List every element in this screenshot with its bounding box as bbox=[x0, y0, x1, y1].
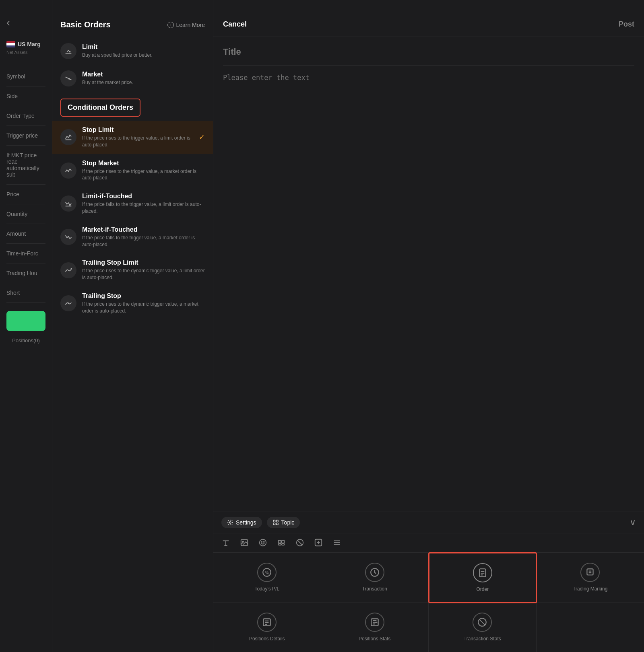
net-assets-label: Net Assets bbox=[6, 50, 45, 55]
market-order-item[interactable]: Market Buy at the market price. bbox=[52, 65, 213, 92]
stop-limit-icon bbox=[60, 129, 76, 145]
trailing-stop-item[interactable]: Trailing Stop If the price rises to the … bbox=[52, 287, 213, 320]
conditional-section-header: Conditional Orders bbox=[52, 92, 213, 121]
svg-rect-26 bbox=[282, 540, 284, 543]
image-icon[interactable] bbox=[240, 538, 249, 547]
limit-order-item[interactable]: Limit Buy at a specified price or better… bbox=[52, 37, 213, 65]
svg-point-8 bbox=[69, 204, 71, 206]
market-if-touched-item[interactable]: Market-if-Touched If the price falls to … bbox=[52, 220, 213, 254]
trailing-stop-name: Trailing Stop bbox=[82, 292, 205, 300]
quantity-label: Quantity bbox=[6, 204, 45, 224]
limit-icon bbox=[60, 43, 76, 59]
post-button[interactable]: Post bbox=[619, 20, 634, 29]
back-button[interactable]: ‹ bbox=[6, 16, 45, 29]
left-panel: ‹ US Marg Net Assets Symbol Side Order T… bbox=[0, 0, 52, 652]
limit-name: Limit bbox=[82, 43, 205, 51]
basic-orders-title: Basic Orders bbox=[60, 20, 111, 29]
expand-button[interactable]: ∨ bbox=[630, 517, 636, 528]
flag-icon bbox=[6, 41, 15, 47]
market-order-info: Market Buy at the market price. bbox=[82, 71, 205, 86]
price-label: Price bbox=[6, 185, 45, 204]
buy-button[interactable] bbox=[6, 311, 45, 331]
market-if-touched-desc: If the price falls to the trigger value,… bbox=[82, 234, 205, 248]
trailing-stop-limit-item[interactable]: Trailing Stop Limit If the price rises t… bbox=[52, 253, 213, 287]
market-desc: Buy at the market price. bbox=[82, 79, 205, 86]
todays-pl-cell[interactable]: % Today's P/L bbox=[213, 553, 321, 603]
order-label: Order bbox=[476, 586, 489, 593]
positions-stats-icon bbox=[365, 613, 384, 632]
trailing-stop-limit-desc: If the price rises to the dynamic trigge… bbox=[82, 267, 205, 281]
title-input[interactable] bbox=[223, 47, 634, 57]
svg-rect-13 bbox=[273, 520, 275, 522]
time-in-force-label: Time-in-Forc bbox=[6, 244, 45, 263]
list-icon[interactable] bbox=[332, 538, 341, 547]
todays-pl-icon: % bbox=[257, 563, 277, 582]
market-if-touched-info: Market-if-Touched If the price falls to … bbox=[82, 226, 205, 248]
svg-line-55 bbox=[479, 619, 485, 625]
transaction-icon bbox=[365, 563, 384, 582]
text-format-icon[interactable] bbox=[221, 538, 230, 547]
trailing-stop-limit-info: Trailing Stop Limit If the price rises t… bbox=[82, 259, 205, 281]
conditional-orders-box: Conditional Orders bbox=[60, 99, 140, 117]
svg-rect-27 bbox=[279, 544, 281, 545]
toolbar-tags-row: Settings Topic ∨ bbox=[213, 512, 644, 533]
topic-tag[interactable]: Topic bbox=[267, 517, 300, 528]
right-panel: Cancel Post Settings bbox=[213, 0, 644, 652]
transaction-label: Transaction bbox=[362, 586, 387, 592]
add-icon[interactable] bbox=[314, 538, 323, 547]
svg-line-30 bbox=[297, 540, 303, 545]
text-input[interactable] bbox=[223, 74, 634, 234]
bottom-toolbar: Settings Topic ∨ bbox=[213, 512, 644, 652]
svg-point-10 bbox=[71, 268, 72, 269]
order-icon bbox=[473, 563, 492, 582]
stop-limit-item[interactable]: Stop Limit If the price rises to the tri… bbox=[52, 121, 213, 154]
svg-point-11 bbox=[68, 302, 69, 304]
middle-header: Basic Orders i Learn More bbox=[52, 0, 213, 37]
learn-more-button[interactable]: i Learn More bbox=[167, 22, 205, 28]
trading-marking-label: Trading Marking bbox=[573, 586, 607, 592]
settings-label: Settings bbox=[236, 519, 256, 526]
svg-point-5 bbox=[69, 135, 71, 136]
emoji-icon[interactable] bbox=[258, 538, 267, 547]
trailing-stop-limit-icon bbox=[60, 262, 76, 278]
svg-rect-28 bbox=[282, 544, 284, 545]
svg-point-22 bbox=[260, 539, 266, 546]
stop-market-item[interactable]: Stop Market If the price rises to the tr… bbox=[52, 154, 213, 187]
positions-button[interactable]: Positions(0) bbox=[6, 337, 45, 343]
market-icon bbox=[60, 70, 76, 86]
todays-pl-label: Today's P/L bbox=[254, 586, 279, 592]
right-header: Cancel Post bbox=[213, 0, 644, 37]
learn-more-label: Learn More bbox=[176, 22, 205, 28]
svg-rect-25 bbox=[279, 540, 281, 543]
trailing-stop-info: Trailing Stop If the price rises to the … bbox=[82, 292, 205, 315]
transaction-cell[interactable]: Transaction bbox=[321, 553, 429, 603]
svg-point-3 bbox=[68, 78, 70, 80]
limit-if-touched-item[interactable]: Limit-if-Touched If the price falls to t… bbox=[52, 187, 213, 220]
settings-tag[interactable]: Settings bbox=[221, 517, 262, 528]
trigger-price-label: Trigger price bbox=[6, 126, 45, 146]
positions-details-cell[interactable]: Positions Details bbox=[213, 603, 321, 652]
order-cell[interactable]: Order bbox=[428, 552, 537, 604]
trailing-stop-limit-name: Trailing Stop Limit bbox=[82, 259, 205, 266]
title-divider bbox=[223, 65, 634, 66]
trading-marking-cell[interactable]: Trading Marking bbox=[537, 553, 644, 603]
positions-stats-cell[interactable]: Positions Stats bbox=[321, 603, 429, 652]
icon-grid-row1: % Today's P/L Transaction bbox=[213, 552, 644, 603]
trailing-stop-icon bbox=[60, 295, 76, 311]
positions-stats-label: Positions Stats bbox=[359, 636, 390, 642]
trading-hours-label: Trading Hou bbox=[6, 263, 45, 283]
transaction-stats-cell[interactable]: Transaction Stats bbox=[429, 603, 537, 652]
svg-point-1 bbox=[69, 51, 71, 53]
stop-market-name: Stop Market bbox=[82, 160, 205, 167]
side-label: Side bbox=[6, 86, 45, 106]
limit-order-info: Limit Buy at a specified price or better… bbox=[82, 43, 205, 59]
stop-limit-desc: If the price rises to the trigger value,… bbox=[82, 135, 193, 148]
at-mention-icon[interactable] bbox=[277, 538, 286, 547]
account-info: US Marg bbox=[6, 41, 45, 47]
stop-market-info: Stop Market If the price rises to the tr… bbox=[82, 160, 205, 182]
cancel-button[interactable]: Cancel bbox=[223, 20, 247, 29]
positions-details-icon bbox=[257, 613, 277, 632]
icon-grid-row2: Positions Details Positions Stats bbox=[213, 603, 644, 652]
transaction-stats-label: Transaction Stats bbox=[464, 636, 501, 642]
strikethrough-icon[interactable] bbox=[295, 538, 304, 547]
